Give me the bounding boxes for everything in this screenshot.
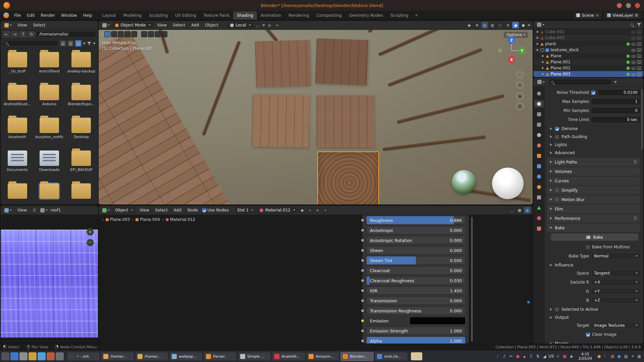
properties-tab[interactable]: [534, 194, 544, 201]
collapse-caret-icon[interactable]: [549, 264, 552, 267]
node-param-row[interactable]: Clearcoat 0.000: [367, 266, 465, 275]
node-input-socket[interactable]: [361, 339, 364, 343]
properties-tab[interactable]: [534, 204, 544, 212]
panel-header[interactable]: Performance ☰: [547, 214, 640, 223]
bake-button[interactable]: Bake: [551, 233, 639, 241]
zoom-icon[interactable]: ⌕: [516, 70, 524, 79]
folder-item[interactable]: EFI_BACKUP: [65, 149, 97, 182]
editor-type-dropdown[interactable]: [3, 22, 13, 28]
breadcrumb-item[interactable]: › Plane.004: [131, 217, 160, 222]
hide-eye-icon[interactable]: [631, 48, 636, 52]
menu-item[interactable]: View: [154, 22, 170, 28]
forward-button[interactable]: →: [11, 31, 18, 38]
editor-type-dropdown[interactable]: [3, 207, 13, 213]
menu-item[interactable]: Object: [202, 22, 221, 28]
snapping-magnet-icon[interactable]: ◡: [508, 207, 515, 214]
folder-item[interactable]: BlenderExpo...: [65, 83, 97, 116]
outliner-item[interactable]: Plane.001: [533, 59, 643, 65]
display-list-button[interactable]: [60, 40, 66, 47]
hamburger-icon[interactable]: ☰: [31, 207, 38, 214]
blender-logo-icon[interactable]: [3, 12, 9, 18]
close-button[interactable]: [635, 3, 640, 8]
expand-caret-icon[interactable]: [549, 152, 552, 155]
properties-tab[interactable]: [534, 111, 544, 118]
bake-type-dropdown[interactable]: Normal: [591, 253, 641, 259]
file-search-input[interactable]: [3, 40, 58, 47]
param-slider[interactable]: Clearcoat 0.000: [367, 266, 465, 275]
display-settings-dropdown[interactable]: [83, 42, 86, 45]
properties-tab[interactable]: [534, 131, 544, 139]
menu-item[interactable]: Node: [184, 207, 201, 213]
target-dropdown[interactable]: Image Textures: [591, 322, 641, 329]
use-nodes-checkbox[interactable]: [202, 208, 206, 213]
menu-item[interactable]: Window: [58, 12, 80, 18]
node-input-socket[interactable]: [361, 309, 364, 312]
swizzle-r-dropdown[interactable]: +X: [591, 279, 641, 286]
filter-icon[interactable]: [637, 22, 641, 27]
window-button[interactable]: Parsec: [204, 352, 237, 361]
clock[interactable]: 4:15 2/25/24: [576, 352, 595, 361]
app-launcher-icon[interactable]: [47, 352, 55, 360]
tray-icon[interactable]: ■: [561, 353, 568, 360]
swizzle-b-dropdown[interactable]: +Z: [591, 297, 641, 304]
menu-item[interactable]: View: [14, 22, 30, 28]
window-button[interactable]: ~ : zsh: [67, 352, 100, 361]
folder-item[interactable]: Documents: [1, 149, 33, 182]
panel-checkbox[interactable]: [555, 197, 559, 202]
image-name[interactable]: roof1: [50, 208, 61, 213]
window-button[interactable]: /home/...: [135, 352, 168, 361]
app-launcher-icon[interactable]: [10, 352, 18, 360]
window-button[interactable]: smb://a...: [375, 352, 408, 361]
output-subpanel[interactable]: Output: [546, 313, 641, 321]
space-dropdown[interactable]: Tangent: [591, 270, 641, 277]
tray-icon[interactable]: ●: [616, 353, 623, 360]
param-slider[interactable]: Transmission Roughness 0.000: [367, 307, 465, 315]
outliner-item[interactable]: Cube.002: [533, 29, 643, 35]
expand-caret-icon[interactable]: [536, 31, 539, 34]
tray-icon[interactable]: B: [528, 353, 535, 360]
breadcrumb-item[interactable]: › Material.012: [161, 217, 195, 222]
properties-search-input[interactable]: [548, 79, 612, 85]
xray-toggle[interactable]: ▥: [489, 22, 496, 28]
tray-icon[interactable]: ●: [515, 353, 521, 360]
folder-item[interactable]: acers3fand: [33, 51, 65, 83]
outliner-item[interactable]: Plane: [533, 53, 643, 59]
tray-icon[interactable]: ◆: [568, 353, 575, 360]
refresh-button[interactable]: ↻: [28, 31, 35, 38]
param-slider[interactable]: Emission Strength 1.000: [367, 327, 465, 335]
properties-tab[interactable]: [534, 142, 544, 149]
time-limit-field[interactable]: 0 sec: [591, 116, 641, 123]
workspace-tab[interactable]: Rendering: [285, 11, 313, 20]
selected-plank-mesh[interactable]: [318, 152, 378, 204]
disable-render-icon[interactable]: [637, 42, 641, 46]
gizmo-y-axis[interactable]: Y: [518, 47, 526, 54]
unlink-material-button[interactable]: ×: [314, 207, 321, 214]
disable-render-icon[interactable]: [637, 48, 641, 52]
tray-icon[interactable]: ♪: [501, 353, 508, 360]
properties-options-dropdown[interactable]: [614, 80, 617, 83]
outliner-item[interactable]: textures_dock: [533, 47, 643, 53]
expand-caret-icon[interactable]: [549, 189, 552, 192]
folder-item[interactable]: Arduino: [33, 83, 65, 116]
param-slider[interactable]: Clearcoat Roughness 0.030: [367, 277, 465, 285]
expand-caret-icon[interactable]: [541, 55, 544, 58]
expand-caret-icon[interactable]: [549, 179, 552, 182]
app-launcher-icon[interactable]: [29, 352, 37, 360]
node-param-row[interactable]: Sheen Tint 0.500: [367, 256, 465, 264]
display-thumbnail-button[interactable]: [75, 40, 82, 47]
minimized-folder-icon[interactable]: [411, 352, 422, 360]
clear-image-checkbox[interactable]: [586, 333, 590, 337]
hide-eye-icon[interactable]: [631, 42, 636, 46]
tool-option[interactable]: [155, 31, 161, 37]
menu-item[interactable]: Select: [152, 207, 171, 213]
add-workspace-button[interactable]: +: [412, 12, 421, 19]
node-input-socket[interactable]: [361, 259, 364, 262]
proportional-editing-icon[interactable]: ◎: [266, 22, 273, 28]
noise-threshold-field[interactable]: 0.0100: [597, 89, 641, 96]
pushpin-icon[interactable]: •: [322, 207, 329, 214]
param-slider[interactable]: Anisotropic 0.000: [367, 226, 465, 234]
outliner-item[interactable]: plank: [533, 41, 643, 47]
param-slider[interactable]: Sheen 0.000: [367, 246, 465, 254]
window-button[interactable]: Amazon...: [306, 352, 339, 361]
editor-gizmo-button[interactable]: ✛: [87, 228, 94, 236]
